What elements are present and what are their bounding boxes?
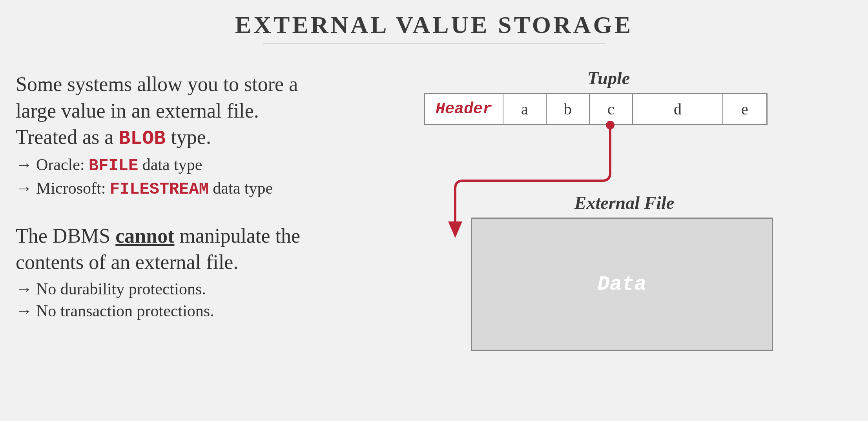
arrow-icon: → xyxy=(16,300,36,322)
sub1-post: data type xyxy=(138,156,202,174)
tuple-cell-d: d xyxy=(633,94,723,124)
bfile-keyword: BFILE xyxy=(89,156,138,175)
p1-line2: large value in an external file. xyxy=(16,100,259,122)
text-column: Some systems allow you to store a large … xyxy=(16,71,400,322)
tuple-cell-a: a xyxy=(503,94,547,124)
arrow-icon: → xyxy=(16,278,36,300)
external-file-data-label: Data xyxy=(598,273,647,296)
external-file-label: External File xyxy=(400,192,848,213)
arrow-icon: → xyxy=(16,154,36,176)
arrow-icon: → xyxy=(16,177,36,200)
sub2-pre: Microsoft: xyxy=(36,179,110,197)
tuple-label: Tuple xyxy=(400,68,817,89)
external-file-box: Data xyxy=(471,218,773,351)
p1-line1: Some systems allow you to store a xyxy=(16,73,298,95)
filestream-keyword: FILESTREAM xyxy=(110,180,209,199)
slide-body: Some systems allow you to store a large … xyxy=(0,71,868,322)
cannot-emphasis: cannot xyxy=(115,225,174,247)
sub-transaction: →No transaction protections. xyxy=(16,300,400,322)
p2-line2: contents of an external file. xyxy=(16,251,238,273)
p2-pre: The DBMS xyxy=(16,225,115,247)
sub2-post: data type xyxy=(209,179,273,197)
sub4-text: No transaction protections. xyxy=(36,302,214,320)
sub1-pre: Oracle: xyxy=(36,156,89,174)
p1-line3-pre: Treated as a xyxy=(16,126,119,148)
blob-keyword: BLOB xyxy=(119,127,166,150)
tuple-row: Header a b c d e xyxy=(424,93,768,125)
p2-mid: manipulate the xyxy=(175,225,301,247)
diagram-column: Tuple Header a b c d e External File Dat… xyxy=(400,71,848,322)
tuple-cell-b: b xyxy=(547,94,590,124)
sub-microsoft: →Microsoft: FILESTREAM data type xyxy=(16,177,400,201)
sub3-text: No durability protections. xyxy=(36,280,206,298)
paragraph-1: Some systems allow you to store a large … xyxy=(16,71,400,151)
sub-oracle: →Oracle: BFILE data type xyxy=(16,154,400,177)
paragraph-2: The DBMS cannot manipulate the contents … xyxy=(16,223,400,276)
tuple-cell-e: e xyxy=(723,94,766,124)
sub-durability: →No durability protections. xyxy=(16,278,400,300)
slide-title: EXTERNAL VALUE STORAGE xyxy=(0,11,868,39)
p1-line3-post: type. xyxy=(166,126,211,148)
title-underline xyxy=(263,43,605,44)
slide: EXTERNAL VALUE STORAGE Some systems allo… xyxy=(0,0,868,421)
tuple-header-cell: Header xyxy=(425,94,503,124)
tuple-cell-c: c xyxy=(590,94,633,124)
